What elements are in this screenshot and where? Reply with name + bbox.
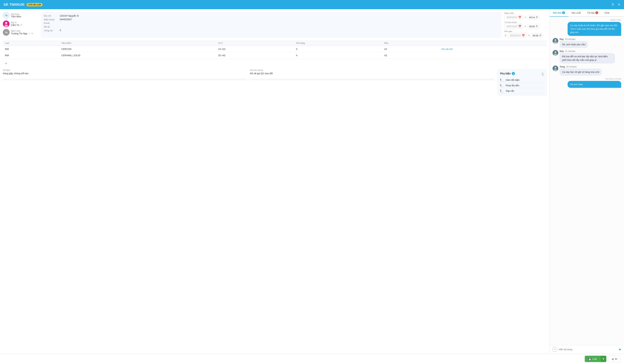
add-product-button[interactable]: + (5, 61, 7, 66)
svg-text:TN: TN (5, 15, 7, 17)
chat-msg-duy-2: Duy 31 minutes Đã trao đổi và nhờ bác lấ… (553, 50, 621, 63)
save-dropdown-button[interactable]: ▼ (600, 356, 606, 362)
doctor-label: Bác sĩ (11, 21, 38, 24)
print-button[interactable]: 🖨 In (608, 356, 621, 362)
phukien-item: 1 Sáp cắn (500, 88, 544, 94)
doctor-avatar (3, 21, 10, 27)
clock-icon-3[interactable]: ⏱ (539, 34, 542, 37)
tab-ghi-chu[interactable]: Ghi chú 5 (550, 9, 568, 17)
clinic-avatar: TN (3, 12, 10, 19)
clear-hen-giao[interactable]: ✕ (528, 34, 530, 37)
col-action (439, 41, 547, 46)
status-badge: Chờ sản xuất (26, 3, 43, 6)
chat-send-button[interactable]: ➤ (619, 347, 622, 351)
chat-bubble-self-1: Ca này khớp bị hở nhiều, BS gắn tạm cho … (568, 22, 621, 36)
calendar-icon-2[interactable]: 📅 (518, 25, 521, 28)
doctor-name: Cẩm Tú ✕ (11, 24, 38, 26)
chat-sender-duy-1: Duy 43 minutes (560, 38, 621, 41)
svg-point-12 (554, 53, 557, 56)
chat-bubble-duy-1: Ok, anh nhận yêu cầu! (560, 41, 588, 48)
chat-sender-duy-2: Duy 31 minutes (560, 50, 621, 52)
chat-input[interactable] (559, 348, 617, 351)
clear-ngay-nhan[interactable]: ✕ (524, 16, 526, 19)
patient-avatar: TN (3, 29, 10, 36)
bottom-section: Chỉ định Hàng gấp, không trễ hẹn Ghi chú… (3, 67, 547, 96)
phukien-item: 1 Khay lấy dấu (500, 83, 544, 88)
chat-msg-duy-1-content: Duy 43 minutes Ok, anh nhận yêu cầu! (560, 38, 621, 48)
clock-icon-2[interactable]: ⏱ (536, 25, 538, 28)
hen-giao-time[interactable]: 09:30 ⏱ (531, 33, 543, 38)
clinic-name: Tầm Nhìn (11, 15, 21, 18)
tab-tai-lieu[interactable]: Tài liệu 1 (584, 9, 601, 16)
chat-msg-duy-1: Duy 43 minutes Ok, anh nhận yêu cầu! (553, 38, 621, 48)
cell-loai: Mới (3, 46, 59, 52)
cell-so-luong: 5 (294, 46, 382, 52)
cell-action[interactable]: Yêu cầu thử (439, 46, 547, 52)
left-panel: TN Nha khoa Tầm Nhìn Bác sĩ (0, 9, 550, 354)
svg-text:TN: TN (5, 31, 8, 34)
main-container: Số: TN000190 Chờ sản xuất ⚲ ✕ TN Nha kh (0, 0, 624, 364)
search-icon[interactable]: ⚲ (612, 3, 614, 6)
phukien-list: 1 Hàm đối diện 1 Khay lấy dấu 1 Sáp cắn (500, 77, 544, 94)
save-button-group: 💾 Lưu ▼ (585, 356, 606, 362)
svg-point-11 (554, 51, 556, 53)
cell-mau: A2 (382, 52, 439, 59)
chat-bubble-tung: Ca này hẹn 16 giờ có hàng nha Linh (560, 69, 602, 76)
calendar-icon-3[interactable]: 📅 (522, 34, 525, 37)
header: Số: TN000190 Chờ sản xuất ⚲ ✕ (0, 0, 624, 9)
chat-sender-tung: Tùng 25 minutes (560, 66, 621, 68)
save-icon: 💾 (588, 358, 591, 360)
address-cong-no: Công nợ: 0 (44, 29, 499, 32)
hen-giao-label: Hẹn giao (504, 30, 547, 32)
chat-bubble-duy-2: Đã trao đổi và nhờ bác lấy dấu lại. Nhờ … (560, 53, 615, 63)
ghi-chu-value: BS sẽ gọi QC trao đổi (250, 72, 494, 79)
cell-san-pham: CERAMILL ZOLID (59, 52, 216, 59)
avatar-duy-1 (553, 38, 558, 44)
calendar-ext-icon[interactable]: 🗓 (504, 34, 507, 37)
chat-attach-button[interactable]: + (552, 347, 557, 352)
col-loai: Loại (3, 41, 59, 46)
phukien-check-icon[interactable]: ✓̲ (541, 72, 544, 75)
cell-so-luong: 4 (294, 52, 382, 59)
ngay-nhan-time[interactable]: 09:14 ⏱ (527, 15, 540, 20)
cell-mau: A2 (382, 46, 439, 52)
chi-dinh-field: Chỉ định Hàng gấp, không trễ hẹn (3, 69, 247, 80)
product-table-section: Loại Sản phẩm Vị trí Số lượng Màu Mới CE… (3, 41, 547, 67)
chi-dinh-label: Chỉ định (3, 69, 247, 71)
chat-messages: about 1 hour Ca này khớp bị hở nhiều, BS… (550, 17, 624, 345)
hen-giao-input[interactable]: 30/6/2023 📅 (508, 33, 527, 38)
address-email: Email: (44, 22, 499, 24)
chat-time-1: about 1 hour (553, 19, 621, 21)
yc-hoan-thanh-time[interactable]: 09:00 ⏱ (527, 24, 540, 29)
content-area: TN Nha khoa Tầm Nhìn Bác sĩ (0, 9, 624, 354)
col-vi-tri: Vị trí (216, 41, 294, 46)
tab-chat[interactable]: Chat (601, 9, 613, 16)
clock-icon-1[interactable]: ⏱ (536, 16, 538, 19)
table-row: Mới CERCON 13->22 5 A2 Yêu cầu thử (3, 46, 547, 52)
table-row: Mới CERAMILL ZOLID 32->42 4 A2 (3, 52, 547, 59)
ngay-nhan-input[interactable]: 29/6/2023 📅 (504, 15, 523, 20)
yc-hoan-thanh-input[interactable]: 30/6/2023 📅 (504, 24, 523, 29)
cell-san-pham: CERCON (59, 46, 216, 52)
external-link-icon[interactable]: ↗ (28, 32, 30, 35)
clear-doctor-icon[interactable]: ✕ (20, 24, 23, 26)
calendar-icon-1[interactable]: 📅 (518, 16, 521, 19)
svg-point-4 (4, 24, 8, 27)
ngay-nhan-row: Ngày nhận 29/6/2023 📅 ✕ 09:14 ⏱ (504, 12, 547, 20)
clear-patient-icon[interactable]: ✕ (31, 32, 33, 35)
doctor-info: Bác sĩ Cẩm Tú ✕ (3, 21, 38, 27)
address-mo-ta: Mô tả: (44, 25, 499, 28)
phukien-header: Phụ kiện 3 ✓̲ (500, 72, 544, 75)
svg-point-8 (554, 39, 556, 41)
phukien-name: Sáp cắn (506, 90, 514, 92)
chat-input-area: + ➤ (550, 345, 624, 354)
date-section: Ngày nhận 29/6/2023 📅 ✕ 09:14 ⏱ (504, 12, 547, 38)
tab-san-xuat[interactable]: Sản xuất (568, 9, 584, 16)
print-icon: 🖨 (611, 358, 614, 360)
clear-yc-hoan-thanh[interactable]: ✕ (524, 25, 526, 28)
phukien-name: Hàm đối diện (506, 79, 520, 81)
phukien-title: Phụ kiện 3 (500, 72, 515, 75)
close-icon[interactable]: ✕ (618, 3, 621, 6)
save-button[interactable]: 💾 Lưu (585, 356, 600, 362)
ghi-chu-label: Ghi chú nội bộ (250, 69, 494, 71)
